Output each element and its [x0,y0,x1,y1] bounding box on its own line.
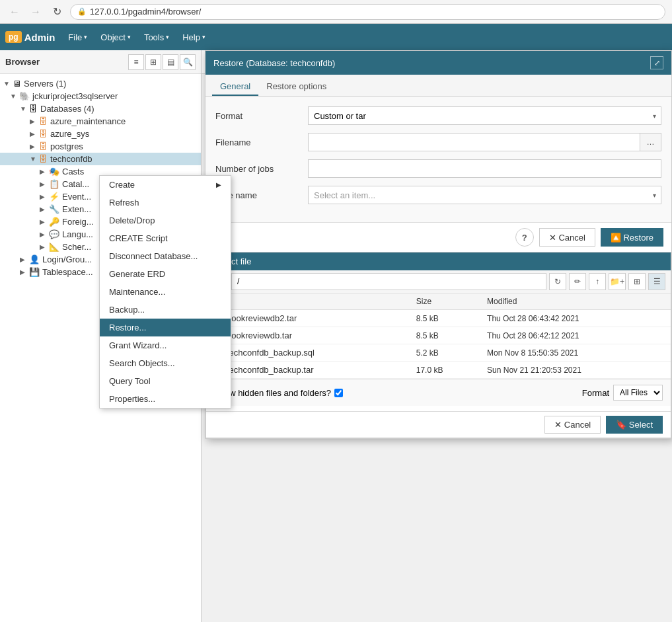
file-new-folder-button[interactable]: 📁+ [609,273,626,290]
ctx-restore[interactable]: Restore... [100,319,231,336]
ctx-label: Query Tool [109,376,151,386]
file-list-view-button[interactable]: ☰ [648,273,665,290]
file-select-button[interactable]: 🔖 Select [606,416,663,434]
toggle-icon: ▼ [20,105,29,112]
num-jobs-row: Number of jobs [215,159,661,178]
back-button[interactable]: ← [7,4,22,20]
filename-input[interactable] [308,133,640,151]
tree-item-databases[interactable]: ▼ 🗄 Databases (4) [0,102,201,115]
tree-item-servers[interactable]: ▼ 🖥 Servers (1) [0,77,201,90]
ctx-generate-erd[interactable]: Generate ERD [100,265,231,283]
toggle-icon: ▶ [40,206,49,213]
file-modified: Sun Nov 21 21:20:53 2021 [480,362,671,379]
help-button[interactable]: ? [515,228,534,247]
format-label: Format [215,111,308,121]
format-value: Custom or tar [314,111,366,121]
file-refresh-button[interactable]: ↻ [549,273,566,290]
tree-item-azure-maintenance[interactable]: ▶ 🗄 azure_maintenance [0,115,201,128]
url-text: 127.0.0.1/pgadmin4/browser/ [90,7,201,17]
toggle-icon: ▶ [40,180,49,188]
context-menu: Create ▶ Refresh Delete/Drop CREATE Scri… [99,175,231,408]
modal-title: Restore (Database: techconfdb) [213,58,335,68]
file-edit-button[interactable]: ✏ [569,273,586,290]
menu-tools[interactable]: Tools ▾ [137,24,176,50]
sidebar-tool-query[interactable]: ▤ [163,54,178,70]
ctx-label: Generate ERD [109,269,165,279]
num-jobs-input[interactable] [308,159,661,178]
refresh-button[interactable]: ↻ [49,4,65,20]
menu-help[interactable]: Help ▾ [176,24,212,50]
modal-expand-button[interactable]: ⤢ [650,56,663,69]
forward-button[interactable]: → [28,4,44,20]
col-modified[interactable]: Modified [480,293,671,310]
toggle-icon: ▶ [30,118,39,125]
toggle-icon: ▶ [20,256,29,263]
file-upload-button[interactable]: ↑ [589,273,606,290]
ctx-grant-wizard[interactable]: Grant Wizard... [100,336,231,354]
ctx-backup[interactable]: Backup... [100,301,231,319]
menu-object[interactable]: Object ▾ [94,24,137,50]
tree-label: Exten... [62,204,91,214]
ctx-create-script[interactable]: CREATE Script [100,229,231,247]
ctx-label: Grant Wizard... [109,340,167,350]
ctx-query-tool[interactable]: Query Tool [100,372,231,390]
toggle-icon: ▼ [30,155,39,163]
pgadmin-logo: pg Admin [5,31,55,43]
filename-row: Filename … [215,133,661,151]
ext-icon: 🔧 [49,204,59,214]
cancel-button[interactable]: ✕ Cancel [539,228,595,247]
tree-item-postgres[interactable]: ▶ 🗄 postgres [0,140,201,153]
tree-item-techconfdb[interactable]: ▼ 🗄 techconfdb [0,153,201,165]
sidebar-tool-grid[interactable]: ⊞ [145,54,161,70]
format-select[interactable]: Custom or tar [308,106,661,125]
ctx-delete-drop[interactable]: Delete/Drop [100,212,231,229]
ctx-create[interactable]: Create ▶ [100,176,231,194]
db-icon: 🗄 [29,104,38,114]
file-name: techconfdb_backup.tar [227,365,314,375]
ctx-label: Refresh [109,198,139,208]
filename-browse-button[interactable]: … [640,133,661,151]
browser-title: Browser [5,57,40,67]
submenu-arrow-icon: ▶ [216,181,221,188]
ctx-refresh[interactable]: Refresh [100,194,231,212]
address-bar[interactable]: 🔒 127.0.0.1/pgadmin4/browser/ [70,4,665,20]
file-row-techconfdb-sql[interactable]: 📄techconfdb_backup.sql 5.2 kB Mon Nov 8 … [206,344,671,362]
file-row-bookreviewdb2[interactable]: 📁bookreviewdb2.tar 8.5 kB Thu Oct 28 06:… [206,310,671,327]
role-placeholder: Select an item... [314,190,375,200]
ctx-maintenance[interactable]: Maintenance... [100,283,231,301]
sidebar-tool-properties[interactable]: ≡ [128,54,144,70]
restore-button[interactable]: 🔼 Restore [601,228,663,247]
menu-file[interactable]: File ▾ [61,24,94,50]
tree-label: Catal... [62,179,89,189]
file-path-input[interactable] [231,273,546,290]
role-name-select[interactable]: Select an item... [308,186,661,204]
ctx-label: Backup... [109,305,145,315]
event-icon: ⚡ [49,192,59,202]
show-hidden-section: Show hidden files and folders? [214,388,343,398]
ctx-properties[interactable]: Properties... [100,390,231,408]
caret-icon: ▾ [166,34,169,40]
file-size: 8.5 kB [410,327,480,344]
file-table: e ⇅ Size Modified 📁bookreviewdb2.tar 8.5… [206,293,671,379]
file-row-bookreviewdb[interactable]: 📄bookreviewdb.tar 8.5 kB Thu Oct 28 06:4… [206,327,671,344]
file-name: bookreviewdb.tar [227,330,292,340]
tree-label: azure_sys [50,129,89,139]
modal-tab-general[interactable]: General [212,78,258,96]
ctx-disconnect-db[interactable]: Disconnect Database... [100,247,231,265]
file-row-techconfdb-tar[interactable]: 📄techconfdb_backup.tar 17.0 kB Sun Nov 2… [206,362,671,379]
ctx-label: Restore... [109,323,146,332]
tree-label: Databases (4) [40,104,94,114]
file-grid-view-button[interactable]: ⊞ [628,273,646,290]
modal-tab-restore-options[interactable]: Restore options [258,78,334,96]
format-label: Format [582,388,609,398]
tree-item-jckuri[interactable]: ▼ 🐘 jckuriproject3sqlserver [0,90,201,102]
file-name: bookreviewdb2.tar [227,313,297,323]
show-hidden-checkbox[interactable] [334,389,343,397]
col-name[interactable]: e ⇅ [206,293,410,310]
format-select[interactable]: All Files *.sql *.tar [613,385,663,401]
col-size[interactable]: Size [410,293,480,310]
ctx-search-objects[interactable]: Search Objects... [100,354,231,372]
sidebar-tool-search[interactable]: 🔍 [180,54,196,70]
tree-item-azure-sys[interactable]: ▶ 🗄 azure_sys [0,128,201,140]
file-cancel-button[interactable]: ✕ Cancel [544,416,601,434]
